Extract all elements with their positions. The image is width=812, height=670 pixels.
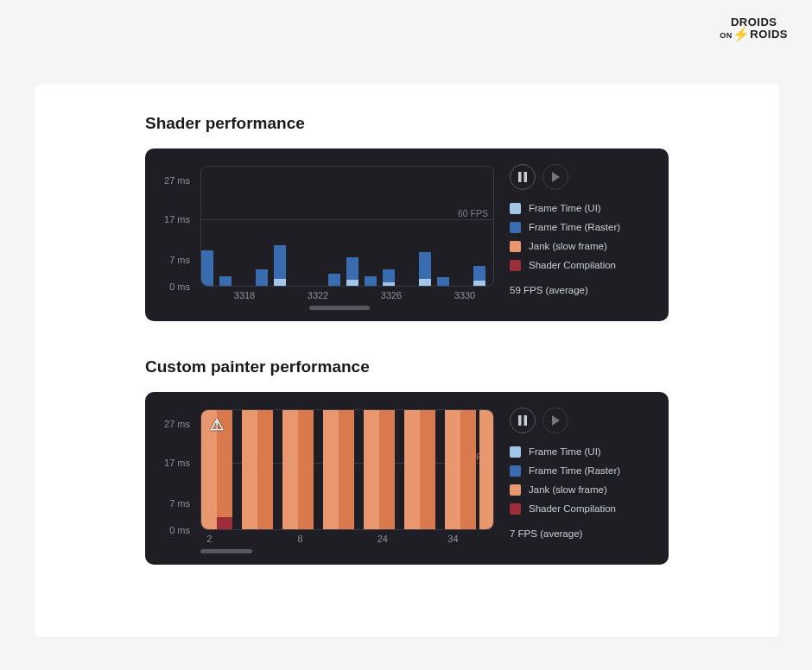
bar-raster: [219, 276, 232, 286]
x-tick: 3326: [381, 290, 402, 300]
x-tick: 3318: [234, 290, 255, 300]
bar-jank: [298, 410, 314, 529]
avg-fps-label: 59 FPS (average): [510, 285, 588, 295]
section-title: Custom painter performance: [145, 357, 669, 376]
legend-item-raster: Frame Time (Raster): [510, 218, 620, 237]
brand-logo: DROIDS ON⚡ROIDS: [720, 17, 788, 40]
legend-item-shader: Shader Compilation: [510, 499, 620, 518]
x-tick: 2: [206, 534, 212, 544]
bars-shader: [201, 167, 493, 286]
legend-item-ui: Frame Time (UI): [510, 199, 620, 218]
y-axis: 27 ms 17 ms 7 ms 0 ms: [145, 166, 197, 287]
chart-plot-shader: 60 FPS: [200, 166, 494, 287]
perf-panel-painter: 27 ms 17 ms 7 ms 0 ms 60 FPS ⚠: [145, 392, 669, 565]
svg-rect-1: [524, 172, 528, 182]
x-axis-shader: 3318 3322 3326 3330: [200, 290, 494, 304]
legend-item-ui: Frame Time (UI): [510, 442, 620, 461]
content-card: Shader performance 27 ms 17 ms 7 ms 0 ms…: [35, 85, 779, 637]
play-icon: [551, 415, 560, 426]
section-painter: Custom painter performance 27 ms 17 ms 7…: [145, 357, 669, 565]
bar-ui: [383, 282, 395, 286]
legend-item-shader: Shader Compilation: [510, 256, 620, 275]
y-tick: 17 ms: [164, 214, 190, 224]
legend: Frame Time (UI) Frame Time (Raster) Jank…: [510, 442, 620, 518]
swatch-ui: [510, 446, 521, 458]
x-tick: 3330: [454, 290, 475, 300]
bar-raster: [201, 250, 213, 286]
bar-ui: [419, 279, 431, 286]
bar-jank: [364, 410, 379, 529]
section-shader: Shader performance 27 ms 17 ms 7 ms 0 ms…: [145, 114, 669, 321]
avg-fps-label: 7 FPS (average): [510, 528, 582, 539]
bar-jank: [282, 410, 298, 529]
chart-plot-painter: 60 FPS ⚠: [200, 409, 494, 530]
bar-ui: [346, 280, 358, 286]
bar-jank: [242, 410, 257, 529]
bar-raster: [365, 276, 377, 286]
swatch-shader: [510, 260, 521, 271]
swatch-raster: [510, 465, 521, 477]
y-tick: 17 ms: [164, 458, 190, 468]
swatch-raster: [510, 222, 521, 233]
svg-rect-0: [518, 172, 522, 182]
legend: Frame Time (UI) Frame Time (Raster) Jank…: [510, 199, 620, 275]
playback-controls: [510, 408, 568, 433]
bar-ui: [473, 281, 485, 286]
play-icon: [551, 172, 560, 182]
x-tick: 3322: [308, 290, 328, 300]
x-tick: 24: [377, 534, 388, 544]
y-tick: 0 ms: [169, 525, 190, 535]
bar-ui: [274, 279, 286, 286]
play-button[interactable]: [542, 408, 568, 433]
x-tick: 34: [447, 534, 458, 544]
x-tick: 8: [298, 534, 303, 544]
swatch-ui: [510, 203, 521, 214]
bar-jank: [339, 410, 354, 529]
play-button[interactable]: [542, 164, 568, 190]
bar-raster: [328, 274, 340, 286]
bar-raster: [256, 269, 268, 286]
bar-jank: [445, 410, 460, 529]
swatch-jank: [510, 241, 521, 252]
bar-jank: [479, 410, 493, 529]
y-tick: 27 ms: [164, 175, 190, 186]
svg-rect-3: [524, 415, 528, 426]
bar-jank: [404, 410, 420, 529]
pause-button[interactable]: [510, 408, 536, 433]
y-tick: 7 ms: [169, 255, 190, 265]
bar-shader: [217, 517, 232, 529]
pause-button[interactable]: [510, 164, 536, 190]
bar-jank: [379, 410, 395, 529]
legend-item-jank: Jank (slow frame): [510, 237, 620, 256]
pause-icon: [518, 415, 527, 426]
perf-panel-shader: 27 ms 17 ms 7 ms 0 ms 60 FPS: [145, 149, 669, 321]
bar-jank: [257, 410, 273, 529]
y-axis: 27 ms 17 ms 7 ms 0 ms: [145, 409, 197, 530]
y-tick: 27 ms: [164, 419, 190, 429]
chart-scrollbar[interactable]: [309, 306, 370, 310]
y-tick: 7 ms: [169, 498, 190, 509]
chart-scrollbar[interactable]: [200, 549, 252, 553]
svg-rect-2: [518, 415, 522, 426]
bar-jank: [323, 410, 339, 529]
bar-jank: [460, 410, 476, 529]
bar-raster: [437, 277, 449, 286]
x-axis-painter: 2 8 24 34: [200, 534, 494, 547]
swatch-shader: [510, 503, 521, 515]
y-tick: 0 ms: [169, 281, 190, 292]
playback-controls: [510, 164, 568, 190]
swatch-jank: [510, 484, 521, 496]
pause-icon: [518, 172, 527, 182]
warning-icon: ⚠: [210, 415, 224, 434]
legend-item-raster: Frame Time (Raster): [510, 461, 620, 480]
bar-jank: [420, 410, 435, 529]
legend-item-jank: Jank (slow frame): [510, 480, 620, 499]
bars-painter: [201, 410, 493, 529]
section-title: Shader performance: [145, 114, 669, 133]
